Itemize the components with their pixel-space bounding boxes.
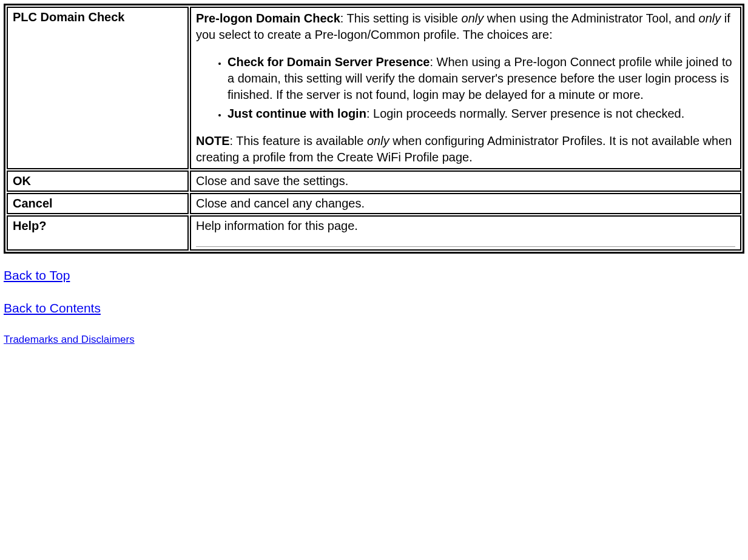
ok-desc-cell: Close and save the settings. xyxy=(190,170,741,192)
plc-label-cell: PLC Domain Check xyxy=(7,7,189,169)
list-item: Check for Domain Server Presence: When u… xyxy=(227,54,735,103)
cancel-label-cell: Cancel xyxy=(7,193,189,214)
note-only: only xyxy=(367,134,389,147)
back-to-contents-link[interactable]: Back to Contents xyxy=(4,301,101,315)
back-to-top-link[interactable]: Back to Top xyxy=(4,268,70,282)
item2-text: : Login proceeds normally. Server presen… xyxy=(366,107,684,120)
list-item: Just continue with login: Login proceeds… xyxy=(227,106,735,122)
help-desc-cell: Help information for this page. xyxy=(190,215,741,251)
plc-desc-cell: Pre-logon Domain Check: This setting is … xyxy=(190,7,741,169)
note-strong: NOTE xyxy=(196,134,230,147)
ok-label-cell: OK xyxy=(7,170,189,192)
trademarks-link[interactable]: Trademarks and Disclaimers xyxy=(4,334,135,345)
table-row: Help? Help information for this page. xyxy=(7,215,741,251)
item1-strong: Check for Domain Server Presence xyxy=(227,55,430,69)
table-row: OK Close and save the settings. xyxy=(7,170,741,192)
item2-strong: Just continue with login xyxy=(227,107,366,120)
plc-intro: Pre-logon Domain Check: This setting is … xyxy=(196,10,735,43)
cancel-desc-cell: Close and cancel any changes. xyxy=(190,193,741,214)
help-desc-text: Help information for this page. xyxy=(196,219,358,232)
divider xyxy=(196,246,735,247)
plc-intro-only2: only xyxy=(699,12,721,25)
help-label-cell: Help? xyxy=(7,215,189,251)
note-text1: : This feature is available xyxy=(230,134,367,147)
table-row: Cancel Close and cancel any changes. xyxy=(7,193,741,214)
plc-intro-text2: when using the Administrator Tool, and xyxy=(484,12,698,25)
settings-table: PLC Domain Check Pre-logon Domain Check:… xyxy=(4,4,744,254)
table-row: PLC Domain Check Pre-logon Domain Check:… xyxy=(7,7,741,169)
plc-options-list: Check for Domain Server Presence: When u… xyxy=(196,54,735,122)
plc-intro-only1: only xyxy=(462,12,484,25)
plc-note: NOTE: This feature is available only whe… xyxy=(196,133,735,166)
plc-intro-strong: Pre-logon Domain Check xyxy=(196,12,340,25)
plc-intro-text1: : This setting is visible xyxy=(340,12,462,25)
